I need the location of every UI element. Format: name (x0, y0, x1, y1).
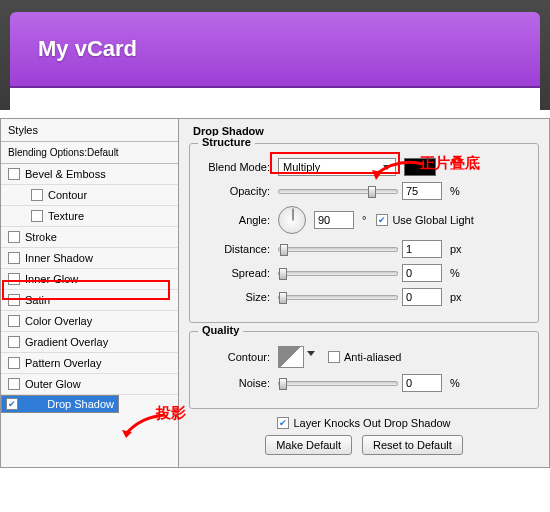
distance-unit: px (450, 243, 462, 255)
knocks-out-label: Layer Knocks Out Drop Shadow (293, 417, 450, 429)
noise-slider[interactable] (278, 381, 398, 386)
quality-group: Quality Contour: Anti-aliased Noise: 0 % (189, 331, 539, 409)
size-input[interactable]: 0 (402, 288, 442, 306)
size-slider[interactable] (278, 295, 398, 300)
style-checkbox[interactable] (31, 210, 43, 222)
use-global-light-checkbox[interactable]: ✔ (376, 214, 388, 226)
angle-label: Angle: (200, 214, 270, 226)
style-checkbox[interactable] (31, 189, 43, 201)
contour-picker[interactable] (278, 346, 304, 368)
distance-input[interactable]: 1 (402, 240, 442, 258)
distance-slider[interactable] (278, 247, 398, 252)
style-checkbox[interactable] (8, 252, 20, 264)
sidebar-item-inner-glow[interactable]: Inner Glow (1, 269, 178, 290)
styles-sidebar: Styles Blending Options:Default Bevel & … (1, 119, 179, 467)
size-label: Size: (200, 291, 270, 303)
sidebar-blending-options[interactable]: Blending Options:Default (1, 142, 178, 164)
sidebar-item-color-overlay[interactable]: Color Overlay (1, 311, 178, 332)
spread-input[interactable]: 0 (402, 264, 442, 282)
sidebar-item-gradient-overlay[interactable]: Gradient Overlay (1, 332, 178, 353)
style-label: Pattern Overlay (25, 357, 101, 369)
vcard-header: My vCard (10, 12, 540, 88)
style-checkbox[interactable] (8, 378, 20, 390)
opacity-label: Opacity: (200, 185, 270, 197)
noise-unit: % (450, 377, 460, 389)
style-checkbox[interactable] (8, 231, 20, 243)
style-checkbox[interactable] (8, 357, 20, 369)
style-checkbox[interactable] (8, 168, 20, 180)
style-label: Outer Glow (25, 378, 81, 390)
style-label: Satin (25, 294, 50, 306)
annotation-text-projection: 投影 (156, 404, 186, 423)
angle-dial[interactable] (278, 206, 306, 234)
sidebar-title: Styles (1, 119, 178, 142)
style-checkbox[interactable] (8, 273, 20, 285)
sidebar-item-texture[interactable]: Texture (1, 206, 178, 227)
noise-label: Noise: (200, 377, 270, 389)
chevron-down-icon (307, 351, 315, 356)
spread-slider[interactable] (278, 271, 398, 276)
preview-area: My vCard (0, 0, 550, 110)
style-label: Color Overlay (25, 315, 92, 327)
angle-input[interactable]: 90 (314, 211, 354, 229)
structure-title: Structure (198, 136, 255, 148)
sidebar-item-contour[interactable]: Contour (1, 185, 178, 206)
chevron-down-icon (383, 165, 391, 170)
blend-mode-value: Multiply (283, 161, 320, 173)
sidebar-item-drop-shadow[interactable]: ✔Drop Shadow (1, 395, 119, 413)
sidebar-item-inner-shadow[interactable]: Inner Shadow (1, 248, 178, 269)
opacity-slider[interactable] (278, 189, 398, 194)
style-label: Stroke (25, 231, 57, 243)
angle-degree: ° (362, 214, 366, 226)
sidebar-item-stroke[interactable]: Stroke (1, 227, 178, 248)
opacity-unit: % (450, 185, 460, 197)
style-checkbox[interactable]: ✔ (6, 398, 18, 410)
style-checkbox[interactable] (8, 315, 20, 327)
style-checkbox[interactable] (8, 336, 20, 348)
spread-label: Spread: (200, 267, 270, 279)
annotation-text-multiply: 正片叠底 (420, 154, 480, 173)
structure-group: Structure Blend Mode: Multiply Opacity: … (189, 143, 539, 323)
style-label: Inner Glow (25, 273, 78, 285)
use-global-light-label: Use Global Light (392, 214, 473, 226)
sidebar-item-pattern-overlay[interactable]: Pattern Overlay (1, 353, 178, 374)
style-label: Drop Shadow (47, 398, 114, 410)
opacity-input[interactable]: 75 (402, 182, 442, 200)
style-label: Gradient Overlay (25, 336, 108, 348)
make-default-button[interactable]: Make Default (265, 435, 352, 455)
size-unit: px (450, 291, 462, 303)
anti-aliased-label: Anti-aliased (344, 351, 401, 363)
distance-label: Distance: (200, 243, 270, 255)
sidebar-item-outer-glow[interactable]: Outer Glow (1, 374, 178, 395)
noise-input[interactable]: 0 (402, 374, 442, 392)
sidebar-item-satin[interactable]: Satin (1, 290, 178, 311)
quality-title: Quality (198, 324, 243, 336)
vcard-body (10, 88, 540, 110)
vcard-title: My vCard (38, 36, 137, 61)
spread-unit: % (450, 267, 460, 279)
blend-mode-select[interactable]: Multiply (278, 158, 396, 176)
knocks-out-checkbox[interactable]: ✔ (277, 417, 289, 429)
style-label: Contour (48, 189, 87, 201)
drop-shadow-panel: Drop Shadow Structure Blend Mode: Multip… (179, 119, 549, 467)
sidebar-item-bevel-emboss[interactable]: Bevel & Emboss (1, 164, 178, 185)
anti-aliased-checkbox[interactable] (328, 351, 340, 363)
blend-mode-label: Blend Mode: (200, 161, 270, 173)
style-label: Bevel & Emboss (25, 168, 106, 180)
style-label: Texture (48, 210, 84, 222)
style-checkbox[interactable] (8, 294, 20, 306)
contour-label: Contour: (200, 351, 270, 363)
style-label: Inner Shadow (25, 252, 93, 264)
reset-default-button[interactable]: Reset to Default (362, 435, 463, 455)
